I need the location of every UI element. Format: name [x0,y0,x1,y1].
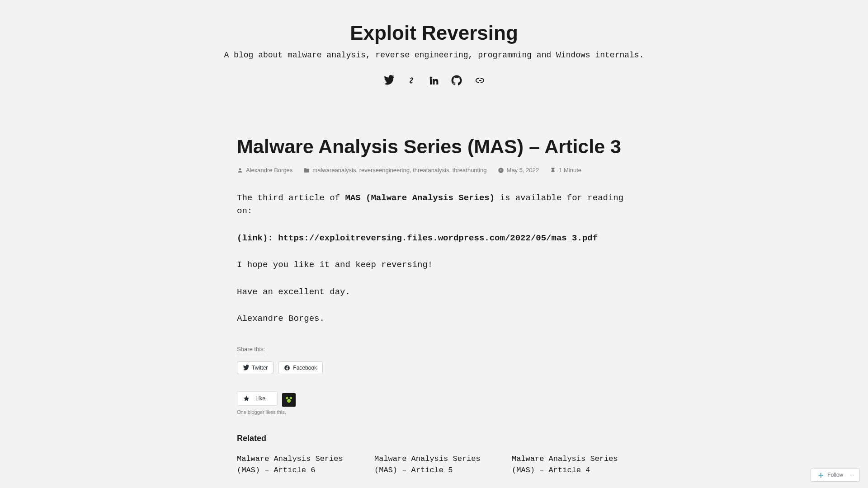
body-text: The third article of [237,193,345,203]
linkedin-icon[interactable] [428,74,440,87]
share-label: Share this: [237,346,265,355]
related-section: Related Malware Analysis Series (MAS) – … [237,434,631,476]
related-item[interactable]: Malware Analysis Series (MAS) – Article … [374,453,494,476]
folder-icon [303,167,310,174]
github-icon[interactable] [450,74,463,87]
link-label: (link): [237,233,278,243]
body-paragraph: The third article of MAS (Malware Analys… [237,192,631,218]
tag-link[interactable]: threathunting [453,167,487,174]
related-item[interactable]: Malware Analysis Series (MAS) – Article … [237,453,356,476]
twitter-icon [243,365,249,371]
twitter-icon[interactable] [382,74,395,87]
site-title[interactable]: Exploit Reversing [0,22,868,44]
related-item-title: Malware Analysis Series (MAS) – Article … [374,453,494,476]
share-buttons: Twitter Facebook [237,361,631,374]
share-facebook-button[interactable]: Facebook [278,361,323,374]
related-item-title: Malware Analysis Series (MAS) – Article … [237,453,356,476]
related-item-title: Malware Analysis Series (MAS) – Article … [512,453,631,476]
link-icon[interactable] [405,74,418,87]
share-section: Share this: Twitter Facebook [237,345,631,374]
share-facebook-label: Facebook [293,365,317,371]
tag-link[interactable]: threatanalysis [413,167,449,174]
body-paragraph: Alexandre Borges. [237,312,631,325]
plus-icon [816,471,825,479]
share-twitter-button[interactable]: Twitter [237,361,274,374]
read-time-text: 1 Minute [559,167,581,174]
meta-author: Alexandre Borges [237,167,292,174]
ellipsis-icon[interactable]: ··· [849,472,854,478]
date-link[interactable]: May 5, 2022 [507,167,539,174]
social-nav [0,74,868,87]
meta-read-time: 1 Minute [550,167,581,174]
site-header: Exploit Reversing A blog about malware a… [0,0,868,99]
article-title: Malware Analysis Series (MAS) – Article … [237,136,631,158]
body-paragraph: I hope you like it and keep reversing! [237,258,631,272]
like-caption: One blogger likes this. [237,409,631,415]
liker-avatar[interactable] [282,393,296,407]
clock-icon [498,167,504,174]
body-strong: MAS (Malware Analysis Series) [345,193,495,203]
hourglass-icon [550,167,556,174]
article-body: The third article of MAS (Malware Analys… [237,192,631,326]
meta-tags: malwareanalysis, reverseengineering, thr… [303,167,486,174]
tag-link[interactable]: reverseengineering [359,167,410,174]
like-button[interactable]: Like [237,391,278,406]
related-grid: Malware Analysis Series (MAS) – Article … [237,453,631,476]
body-paragraph: Have an excellent day. [237,286,631,299]
like-section: Like One blogger likes this. [237,390,631,415]
tag-link[interactable]: malwareanalysis [312,167,356,174]
star-icon [243,395,250,402]
follow-label: Follow [827,472,843,478]
article-meta: Alexandre Borges malwareanalysis, revers… [237,167,631,174]
body-paragraph-link: (link): https://exploitreversing.files.w… [237,232,631,245]
facebook-icon [284,365,290,371]
site-tagline: A blog about malware analysis, reverse e… [0,51,868,60]
follow-widget[interactable]: Follow ··· [811,468,860,482]
author-link[interactable]: Alexandre Borges [246,167,292,174]
article-container: Malware Analysis Series (MAS) – Article … [228,136,640,476]
pdf-link[interactable]: https://exploitreversing.files.wordpress… [278,233,598,243]
related-item[interactable]: Malware Analysis Series (MAS) – Article … [512,453,631,476]
person-icon [237,167,243,174]
like-label: Like [255,395,265,402]
chain-icon[interactable] [473,74,486,87]
share-twitter-label: Twitter [252,365,268,371]
meta-date: May 5, 2022 [498,167,539,174]
related-heading: Related [237,434,631,443]
